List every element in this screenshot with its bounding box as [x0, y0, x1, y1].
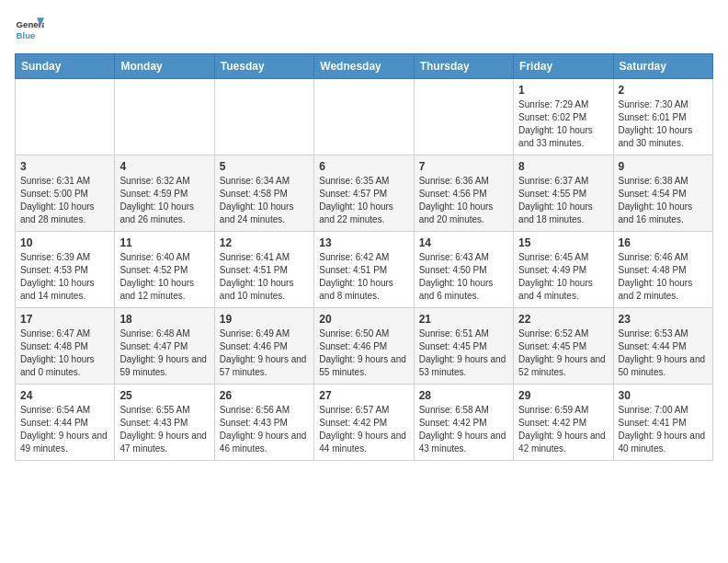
calendar-cell: 7Sunrise: 6:36 AM Sunset: 4:56 PM Daylig… [414, 155, 513, 232]
calendar-cell: 11Sunrise: 6:40 AM Sunset: 4:52 PM Dayli… [115, 232, 214, 308]
calendar-cell: 15Sunrise: 6:45 AM Sunset: 4:49 PM Dayli… [514, 232, 613, 308]
day-info: Sunrise: 6:47 AM Sunset: 4:48 PM Dayligh… [20, 327, 109, 379]
calendar-header: SundayMondayTuesdayWednesdayThursdayFrid… [16, 54, 713, 79]
calendar-cell [414, 79, 513, 155]
day-info: Sunrise: 6:53 AM Sunset: 4:44 PM Dayligh… [619, 327, 708, 379]
day-info: Sunrise: 6:51 AM Sunset: 4:45 PM Dayligh… [419, 327, 508, 379]
day-number: 8 [518, 160, 608, 173]
header: GeneralBlue [15, 15, 713, 44]
calendar-cell: 6Sunrise: 6:35 AM Sunset: 4:57 PM Daylig… [314, 155, 414, 232]
day-info: Sunrise: 6:34 AM Sunset: 4:58 PM Dayligh… [220, 175, 309, 226]
day-info: Sunrise: 7:00 AM Sunset: 4:41 PM Dayligh… [619, 404, 708, 455]
day-number: 3 [20, 160, 109, 173]
day-info: Sunrise: 6:59 AM Sunset: 4:42 PM Dayligh… [518, 404, 608, 455]
calendar-cell: 1Sunrise: 7:29 AM Sunset: 6:02 PM Daylig… [514, 79, 613, 155]
calendar-cell: 2Sunrise: 7:30 AM Sunset: 6:01 PM Daylig… [613, 79, 712, 155]
calendar-cell: 19Sunrise: 6:49 AM Sunset: 4:46 PM Dayli… [214, 308, 313, 385]
day-number: 10 [20, 236, 109, 249]
day-info: Sunrise: 6:35 AM Sunset: 4:57 PM Dayligh… [319, 175, 408, 226]
calendar-cell: 10Sunrise: 6:39 AM Sunset: 4:53 PM Dayli… [16, 232, 115, 308]
day-number: 18 [119, 313, 209, 326]
day-info: Sunrise: 6:31 AM Sunset: 5:00 PM Dayligh… [20, 175, 109, 226]
day-info: Sunrise: 6:39 AM Sunset: 4:53 PM Dayligh… [20, 251, 109, 303]
day-info: Sunrise: 6:40 AM Sunset: 4:52 PM Dayligh… [119, 251, 209, 303]
calendar-cell: 18Sunrise: 6:48 AM Sunset: 4:47 PM Dayli… [115, 308, 214, 385]
calendar-body: 1Sunrise: 7:29 AM Sunset: 6:02 PM Daylig… [16, 79, 713, 461]
day-number: 17 [20, 313, 109, 326]
calendar-cell: 27Sunrise: 6:57 AM Sunset: 4:42 PM Dayli… [314, 385, 414, 461]
day-info: Sunrise: 6:54 AM Sunset: 4:44 PM Dayligh… [20, 404, 109, 455]
day-number: 1 [518, 84, 608, 97]
day-number: 27 [319, 389, 408, 402]
day-info: Sunrise: 6:38 AM Sunset: 4:54 PM Dayligh… [619, 175, 708, 226]
calendar-cell: 28Sunrise: 6:58 AM Sunset: 4:42 PM Dayli… [414, 385, 513, 461]
calendar-cell: 9Sunrise: 6:38 AM Sunset: 4:54 PM Daylig… [613, 155, 712, 232]
day-info: Sunrise: 6:42 AM Sunset: 4:51 PM Dayligh… [319, 251, 408, 303]
day-number: 23 [619, 313, 708, 326]
header-day: Saturday [613, 54, 712, 79]
logo: GeneralBlue [15, 15, 44, 44]
day-info: Sunrise: 6:37 AM Sunset: 4:55 PM Dayligh… [518, 175, 608, 226]
calendar-cell: 4Sunrise: 6:32 AM Sunset: 4:59 PM Daylig… [115, 155, 214, 232]
day-info: Sunrise: 6:36 AM Sunset: 4:56 PM Dayligh… [419, 175, 508, 226]
svg-text:Blue: Blue [17, 30, 36, 40]
calendar-cell: 14Sunrise: 6:43 AM Sunset: 4:50 PM Dayli… [414, 232, 513, 308]
day-number: 13 [319, 236, 408, 249]
calendar-cell: 24Sunrise: 6:54 AM Sunset: 4:44 PM Dayli… [16, 385, 115, 461]
day-number: 15 [518, 236, 608, 249]
day-number: 7 [419, 160, 508, 173]
day-number: 19 [220, 313, 309, 326]
calendar-cell [314, 79, 414, 155]
calendar-table: SundayMondayTuesdayWednesdayThursdayFrid… [15, 53, 713, 461]
calendar-cell: 23Sunrise: 6:53 AM Sunset: 4:44 PM Dayli… [613, 308, 712, 385]
day-number: 9 [619, 160, 708, 173]
day-info: Sunrise: 6:52 AM Sunset: 4:45 PM Dayligh… [518, 327, 608, 379]
day-number: 30 [619, 389, 708, 402]
day-info: Sunrise: 6:45 AM Sunset: 4:49 PM Dayligh… [518, 251, 608, 303]
calendar-cell [16, 79, 115, 155]
day-number: 22 [518, 313, 608, 326]
day-number: 28 [419, 389, 508, 402]
day-info: Sunrise: 6:41 AM Sunset: 4:51 PM Dayligh… [220, 251, 309, 303]
calendar-week-row: 10Sunrise: 6:39 AM Sunset: 4:53 PM Dayli… [16, 232, 713, 308]
day-number: 2 [619, 84, 708, 97]
calendar-cell: 29Sunrise: 6:59 AM Sunset: 4:42 PM Dayli… [514, 385, 613, 461]
calendar-cell: 25Sunrise: 6:55 AM Sunset: 4:43 PM Dayli… [115, 385, 214, 461]
calendar-week-row: 17Sunrise: 6:47 AM Sunset: 4:48 PM Dayli… [16, 308, 713, 385]
day-number: 25 [119, 389, 209, 402]
day-info: Sunrise: 6:32 AM Sunset: 4:59 PM Dayligh… [119, 175, 209, 226]
calendar-cell: 30Sunrise: 7:00 AM Sunset: 4:41 PM Dayli… [613, 385, 712, 461]
calendar-cell: 22Sunrise: 6:52 AM Sunset: 4:45 PM Dayli… [514, 308, 613, 385]
day-info: Sunrise: 6:57 AM Sunset: 4:42 PM Dayligh… [319, 404, 408, 455]
day-number: 21 [419, 313, 508, 326]
day-number: 20 [319, 313, 408, 326]
calendar-cell: 20Sunrise: 6:50 AM Sunset: 4:46 PM Dayli… [314, 308, 414, 385]
day-info: Sunrise: 6:46 AM Sunset: 4:48 PM Dayligh… [619, 251, 708, 303]
day-number: 16 [619, 236, 708, 249]
day-number: 5 [220, 160, 309, 173]
header-day: Wednesday [314, 54, 414, 79]
header-day: Monday [115, 54, 214, 79]
calendar-cell: 8Sunrise: 6:37 AM Sunset: 4:55 PM Daylig… [514, 155, 613, 232]
day-info: Sunrise: 6:56 AM Sunset: 4:43 PM Dayligh… [220, 404, 309, 455]
calendar-cell: 12Sunrise: 6:41 AM Sunset: 4:51 PM Dayli… [214, 232, 313, 308]
day-number: 26 [220, 389, 309, 402]
header-day: Sunday [16, 54, 115, 79]
day-info: Sunrise: 6:50 AM Sunset: 4:46 PM Dayligh… [319, 327, 408, 379]
header-row: SundayMondayTuesdayWednesdayThursdayFrid… [16, 54, 713, 79]
day-number: 4 [119, 160, 209, 173]
day-number: 6 [319, 160, 408, 173]
calendar-week-row: 1Sunrise: 7:29 AM Sunset: 6:02 PM Daylig… [16, 79, 713, 155]
day-info: Sunrise: 7:30 AM Sunset: 6:01 PM Dayligh… [619, 98, 708, 150]
header-day: Tuesday [214, 54, 313, 79]
calendar-cell [214, 79, 313, 155]
calendar-week-row: 3Sunrise: 6:31 AM Sunset: 5:00 PM Daylig… [16, 155, 713, 232]
header-day: Thursday [414, 54, 513, 79]
day-info: Sunrise: 6:55 AM Sunset: 4:43 PM Dayligh… [119, 404, 209, 455]
header-day: Friday [514, 54, 613, 79]
calendar-cell: 17Sunrise: 6:47 AM Sunset: 4:48 PM Dayli… [16, 308, 115, 385]
day-number: 11 [119, 236, 209, 249]
calendar-cell [115, 79, 214, 155]
calendar-cell: 3Sunrise: 6:31 AM Sunset: 5:00 PM Daylig… [16, 155, 115, 232]
day-info: Sunrise: 6:49 AM Sunset: 4:46 PM Dayligh… [220, 327, 309, 379]
